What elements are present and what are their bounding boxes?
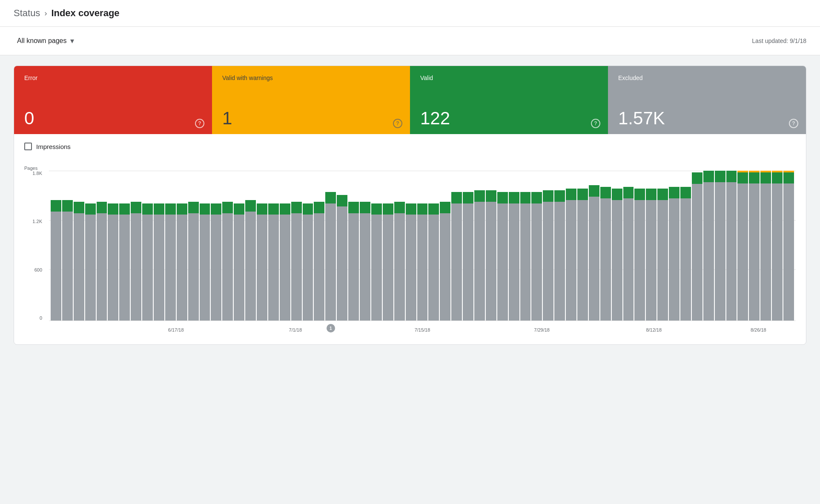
bar-group[interactable] (600, 171, 611, 321)
bar-group[interactable] (97, 171, 107, 321)
x-axis: 6/17/187/1/187/15/187/29/188/12/188/26/1… (49, 322, 796, 338)
bar-group[interactable] (715, 171, 725, 321)
bar-group[interactable] (108, 171, 118, 321)
bar-group[interactable] (737, 171, 748, 321)
bar-group[interactable] (200, 171, 210, 321)
bar-group[interactable] (257, 171, 267, 321)
header: Status › Index coverage (0, 0, 820, 27)
warning-bar[interactable]: Valid with warnings 1 ? (212, 66, 410, 134)
x-label: 7/15/18 (415, 327, 430, 332)
valid-label: Valid (420, 74, 598, 81)
bar-group[interactable] (566, 171, 576, 321)
y-label-1: 1.8K (32, 171, 42, 176)
bar-group[interactable] (303, 171, 313, 321)
bar-group[interactable] (577, 171, 588, 321)
valid-help-icon[interactable]: ? (591, 119, 600, 128)
bar-group[interactable] (692, 171, 702, 321)
bar-group[interactable] (612, 171, 622, 321)
bar-group[interactable] (291, 171, 302, 321)
warning-help-icon[interactable]: ? (393, 119, 402, 128)
y-axis-title: Pages (24, 166, 37, 171)
valid-bar[interactable]: Valid 122 ? (410, 66, 608, 134)
breadcrumb-status[interactable]: Status (14, 8, 40, 19)
x-label: 7/29/18 (534, 327, 550, 332)
bar-group[interactable] (337, 171, 347, 321)
bar-group[interactable] (589, 171, 599, 321)
bar-group[interactable] (74, 171, 84, 321)
bar-group[interactable] (85, 171, 96, 321)
bar-group[interactable] (657, 171, 668, 321)
bar-group[interactable] (119, 171, 130, 321)
y-label-3: 600 (34, 267, 42, 272)
bar-group[interactable] (280, 171, 290, 321)
bar-group[interactable] (749, 171, 760, 321)
warning-count: 1 (222, 109, 400, 127)
bar-group[interactable] (394, 171, 405, 321)
bar-group[interactable] (188, 171, 199, 321)
bar-group[interactable] (509, 171, 519, 321)
bar-group[interactable] (623, 171, 634, 321)
bar-group[interactable] (417, 171, 428, 321)
impressions-label: Impressions (36, 143, 71, 150)
y-label-4: 0 (40, 315, 42, 321)
bar-group[interactable] (222, 171, 233, 321)
bar-group[interactable] (486, 171, 496, 321)
bar-group[interactable] (634, 171, 645, 321)
bar-group[interactable] (62, 171, 73, 321)
bar-group[interactable] (497, 171, 508, 321)
chart-section: Impressions Pages 1.8K 1.2K 600 0 (14, 134, 806, 344)
bar-group[interactable] (703, 171, 714, 321)
warning-label: Valid with warnings (222, 74, 400, 81)
bar-group[interactable] (314, 171, 324, 321)
bar-group[interactable] (669, 171, 680, 321)
bar-group[interactable] (165, 171, 176, 321)
filter-dropdown[interactable]: All known pages ▾ (14, 34, 77, 48)
bar-group[interactable] (383, 171, 393, 321)
bar-group[interactable] (772, 171, 783, 321)
bar-group[interactable] (520, 171, 531, 321)
bar-group[interactable] (177, 171, 187, 321)
chevron-down-icon: ▾ (70, 36, 74, 46)
error-label: Error (24, 74, 202, 81)
bar-group[interactable] (760, 171, 771, 321)
bar-group[interactable] (51, 171, 61, 321)
x-label: 6/17/18 (168, 327, 184, 332)
bar-group[interactable] (543, 171, 553, 321)
bar-group[interactable] (234, 171, 244, 321)
bar-group[interactable] (451, 171, 462, 321)
bar-group[interactable]: 1 (325, 171, 336, 321)
bar-group[interactable] (428, 171, 439, 321)
excluded-label: Excluded (618, 74, 796, 81)
bar-group[interactable] (371, 171, 382, 321)
bar-group[interactable] (474, 171, 485, 321)
bar-group[interactable] (440, 171, 450, 321)
bar-group[interactable] (406, 171, 416, 321)
breadcrumb: Status › Index coverage (14, 8, 120, 19)
bar-group[interactable] (142, 171, 153, 321)
x-label: 8/12/18 (646, 327, 662, 332)
bar-group[interactable] (348, 171, 359, 321)
bar-group[interactable] (360, 171, 370, 321)
bar-group[interactable] (554, 171, 565, 321)
bar-group[interactable] (211, 171, 221, 321)
impressions-toggle: Impressions (24, 143, 796, 150)
bar-group[interactable] (154, 171, 164, 321)
bar-group[interactable] (646, 171, 657, 321)
error-help-icon[interactable]: ? (195, 119, 204, 128)
bar-group[interactable] (531, 171, 542, 321)
breadcrumb-chevron: › (44, 9, 47, 18)
bar-group[interactable] (131, 171, 141, 321)
bar-group[interactable] (726, 171, 737, 321)
valid-count: 122 (420, 109, 598, 127)
card: Error 0 ? Valid with warnings 1 ? Valid … (14, 66, 806, 345)
impressions-checkbox[interactable] (24, 143, 32, 150)
bar-group[interactable] (268, 171, 279, 321)
bar-group[interactable] (463, 171, 473, 321)
main-content: Error 0 ? Valid with warnings 1 ? Valid … (0, 55, 820, 355)
error-bar[interactable]: Error 0 ? (14, 66, 212, 134)
excluded-help-icon[interactable]: ? (789, 119, 798, 128)
bar-group[interactable] (245, 171, 256, 321)
bar-group[interactable] (783, 171, 794, 321)
excluded-bar[interactable]: Excluded 1.57K ? (608, 66, 806, 134)
bar-group[interactable] (680, 171, 691, 321)
